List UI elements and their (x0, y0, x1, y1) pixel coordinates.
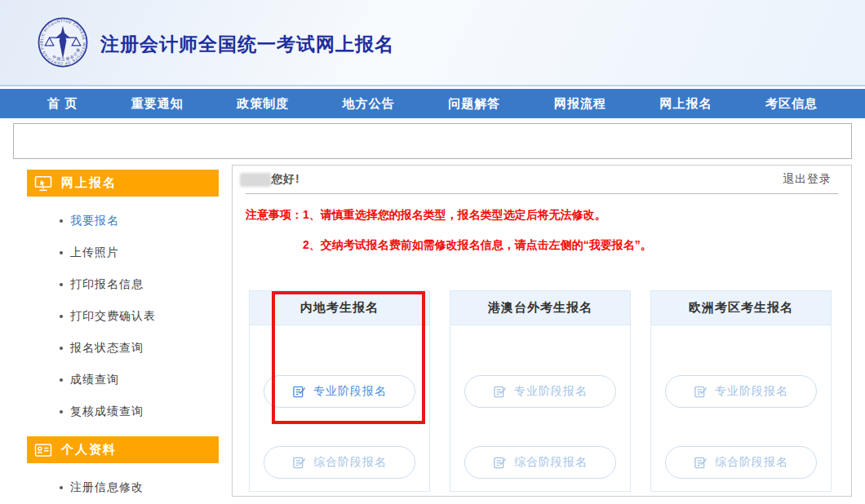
content-area: 网上报名 我要报名上传照片打印报名信息打印交费确认表报名状态查询成绩查询复核成绩… (0, 165, 865, 503)
notice-line-2: 2、交纳考试报名费前如需修改报名信息，请点击左侧的“我要报名”。 (246, 237, 838, 253)
doc-edit-icon (694, 385, 708, 399)
notice-label: 注意事项： (246, 206, 303, 223)
card-body: 专业阶段报名 综合阶段报名 (450, 325, 630, 479)
main-panel: 您好! 退出登录 注意事项： 1、请慎重选择您的报名类型，报名类型选定后将无法修… (232, 165, 852, 497)
stage-button-label: 综合阶段报名 (715, 455, 788, 470)
stage-button-label: 综合阶段报名 (313, 455, 387, 470)
card-title: 港澳台外考生报名 (450, 291, 630, 325)
sidebar-item[interactable]: 复核成绩查询 (27, 396, 219, 427)
card-title: 内地考生报名 (250, 291, 429, 325)
nav-item-1[interactable]: 重要通知 (131, 96, 184, 112)
greeting-text: 您好! (271, 172, 300, 187)
stage-register-button[interactable]: 综合阶段报名 (464, 446, 616, 479)
nav-item-5[interactable]: 网报流程 (554, 96, 606, 112)
nav-item-3[interactable]: 地方公告 (343, 96, 395, 112)
nav-item-4[interactable]: 问题解答 (448, 96, 500, 112)
sidebar-item[interactable]: 上传照片 (27, 237, 219, 268)
card-title: 欧洲考区考生报名 (651, 291, 831, 325)
page-title: 注册会计师全国统一考试网上报名 (100, 32, 394, 57)
stage-button-label: 专业阶段报名 (715, 384, 788, 399)
sidebar-item[interactable]: 打印报名信息 (27, 268, 219, 300)
stage-register-button[interactable]: 综合阶段报名 (665, 446, 817, 479)
sidebar-list: 注册信息修改 (27, 463, 219, 503)
sidebar-section-title: 个人资料 (61, 442, 117, 458)
sidebar-section: 个人资料 注册信息修改 (27, 436, 219, 503)
page-header: THE CHINESE INSTITUTE OF CERTIFIED PUBLI… (0, 0, 865, 86)
sidebar-item[interactable]: 打印交费确认表 (27, 300, 219, 332)
sidebar-section-header: 网上报名 (27, 170, 219, 197)
stage-register-button[interactable]: 专业阶段报名 (264, 375, 415, 408)
nav-item-6[interactable]: 网上报名 (659, 96, 712, 112)
id-card-icon (34, 442, 52, 458)
nav-item-0[interactable]: 首 页 (47, 96, 78, 112)
greeting-row: 您好! 退出登录 (233, 166, 851, 193)
doc-edit-icon (493, 456, 507, 470)
sidebar-section: 网上报名 我要报名上传照片打印报名信息打印交费确认表报名状态查询成绩查询复核成绩… (27, 170, 219, 427)
card-body: 专业阶段报名 综合阶段报名 (250, 325, 429, 479)
monitor-icon (34, 175, 52, 192)
logout-link[interactable]: 退出登录 (783, 172, 832, 187)
sidebar-item[interactable]: 我要报名 (27, 205, 219, 237)
sidebar-item[interactable]: 注册信息修改 (27, 471, 219, 503)
banner-box (13, 123, 852, 159)
sidebar-item[interactable]: 成绩查询 (27, 364, 219, 396)
doc-edit-icon (694, 456, 708, 470)
registration-card: 港澳台外考生报名 专业阶段报名 综合阶段报名 (450, 290, 631, 492)
doc-edit-icon (493, 385, 507, 399)
stage-register-button[interactable]: 综合阶段报名 (264, 446, 415, 479)
stage-register-button[interactable]: 专业阶段报名 (464, 375, 616, 408)
sidebar-item[interactable]: 报名状态查询 (27, 332, 219, 364)
stage-button-label: 综合阶段报名 (514, 455, 588, 470)
sidebar: 网上报名 我要报名上传照片打印报名信息打印交费确认表报名状态查询成绩查询复核成绩… (27, 165, 219, 503)
doc-edit-icon (292, 456, 306, 470)
card-body: 专业阶段报名 综合阶段报名 (651, 325, 831, 479)
registration-card: 内地考生报名 专业阶段报名 综合阶段报名 (249, 290, 430, 492)
nav-item-2[interactable]: 政策制度 (237, 96, 289, 112)
username-redacted (240, 173, 271, 187)
registration-cards: 内地考生报名 专业阶段报名 综合阶段报名 港澳台外考生报名 (233, 290, 851, 492)
stage-button-label: 专业阶段报名 (313, 384, 387, 399)
nav-item-7[interactable]: 考区信息 (765, 96, 818, 112)
sidebar-section-title: 网上报名 (61, 175, 117, 191)
stage-button-label: 专业阶段报名 (514, 384, 588, 399)
stage-register-button[interactable]: 专业阶段报名 (665, 375, 817, 408)
main-nav: 首 页重要通知政策制度地方公告问题解答网报流程网上报名考区信息 (0, 89, 865, 118)
sidebar-list: 我要报名上传照片打印报名信息打印交费确认表报名状态查询成绩查询复核成绩查询 (27, 197, 219, 427)
cicpa-logo-icon: THE CHINESE INSTITUTE OF CERTIFIED PUBLI… (38, 17, 88, 68)
notice-line-1: 1、请慎重选择您的报名类型，报名类型选定后将无法修改。 (303, 206, 606, 223)
notice-block: 注意事项： 1、请慎重选择您的报名类型，报名类型选定后将无法修改。 2、交纳考试… (233, 194, 851, 253)
doc-edit-icon (292, 385, 306, 399)
sidebar-section-header: 个人资料 (27, 436, 219, 463)
registration-card: 欧洲考区考生报名 专业阶段报名 综合阶段报名 (650, 290, 832, 492)
